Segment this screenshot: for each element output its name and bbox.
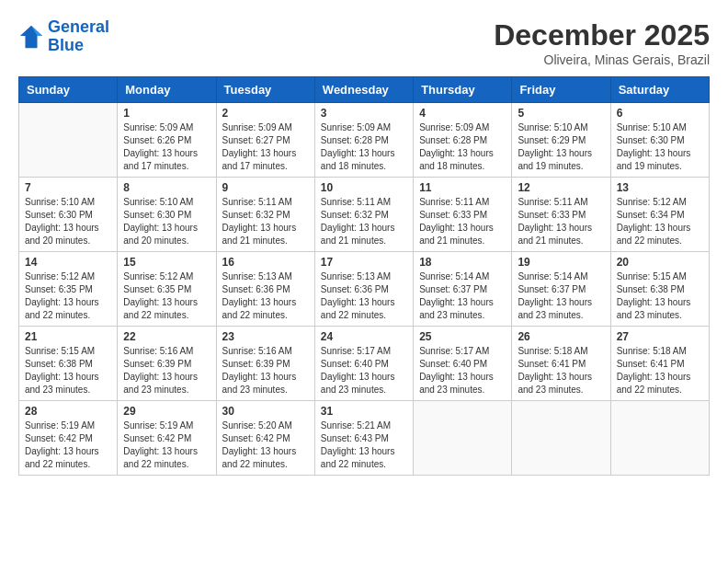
day-info: Sunrise: 5:15 AMSunset: 6:38 PMDaylight:… (617, 270, 703, 322)
svg-marker-0 (20, 26, 42, 48)
calendar-cell: 9 Sunrise: 5:11 AMSunset: 6:32 PMDayligh… (216, 178, 314, 252)
day-info: Sunrise: 5:12 AMSunset: 6:34 PMDaylight:… (617, 196, 703, 247)
calendar-cell (414, 401, 512, 476)
day-info: Sunrise: 5:14 AMSunset: 6:37 PMDaylight:… (518, 270, 604, 322)
calendar-cell: 16 Sunrise: 5:13 AMSunset: 6:36 PMDaylig… (216, 252, 314, 327)
day-info: Sunrise: 5:21 AMSunset: 6:43 PMDaylight:… (321, 419, 407, 471)
day-info: Sunrise: 5:09 AMSunset: 6:27 PMDaylight:… (222, 121, 309, 173)
day-number: 21 (25, 330, 111, 343)
weekday-header: Monday (118, 77, 216, 103)
day-number: 16 (222, 256, 309, 269)
day-number: 7 (25, 181, 111, 194)
day-info: Sunrise: 5:09 AMSunset: 6:28 PMDaylight:… (419, 121, 506, 173)
title-block: December 2025 Oliveira, Minas Gerais, Br… (494, 18, 710, 67)
calendar-cell: 15 Sunrise: 5:12 AMSunset: 6:35 PMDaylig… (118, 252, 216, 327)
day-number: 24 (321, 330, 407, 343)
calendar-cell: 6 Sunrise: 5:10 AMSunset: 6:30 PMDayligh… (610, 103, 709, 178)
calendar-cell: 14 Sunrise: 5:12 AMSunset: 6:35 PMDaylig… (19, 252, 118, 327)
day-number: 20 (617, 256, 703, 269)
day-number: 10 (321, 181, 407, 194)
calendar-cell: 21 Sunrise: 5:15 AMSunset: 6:38 PMDaylig… (19, 327, 118, 401)
logo-text: General Blue (48, 18, 109, 55)
day-info: Sunrise: 5:09 AMSunset: 6:28 PMDaylight:… (321, 121, 407, 173)
calendar-cell: 20 Sunrise: 5:15 AMSunset: 6:38 PMDaylig… (610, 252, 709, 327)
calendar-cell: 30 Sunrise: 5:20 AMSunset: 6:42 PMDaylig… (216, 401, 314, 476)
day-info: Sunrise: 5:11 AMSunset: 6:32 PMDaylight:… (321, 196, 407, 247)
weekday-header: Thursday (414, 77, 512, 103)
day-number: 12 (518, 181, 604, 194)
day-info: Sunrise: 5:11 AMSunset: 6:33 PMDaylight:… (518, 196, 604, 247)
day-info: Sunrise: 5:11 AMSunset: 6:32 PMDaylight:… (222, 196, 309, 247)
calendar-cell: 25 Sunrise: 5:17 AMSunset: 6:40 PMDaylig… (414, 327, 512, 401)
day-number: 5 (518, 107, 604, 120)
day-info: Sunrise: 5:18 AMSunset: 6:41 PMDaylight:… (617, 345, 703, 396)
day-number: 17 (321, 256, 407, 269)
day-info: Sunrise: 5:14 AMSunset: 6:37 PMDaylight:… (419, 270, 506, 322)
logo: General Blue (18, 18, 109, 55)
day-info: Sunrise: 5:19 AMSunset: 6:42 PMDaylight:… (123, 419, 210, 471)
month-title: December 2025 (494, 18, 710, 52)
day-info: Sunrise: 5:19 AMSunset: 6:42 PMDaylight:… (25, 419, 111, 471)
location: Oliveira, Minas Gerais, Brazil (494, 52, 710, 67)
day-info: Sunrise: 5:16 AMSunset: 6:39 PMDaylight:… (123, 345, 210, 396)
day-info: Sunrise: 5:16 AMSunset: 6:39 PMDaylight:… (222, 345, 309, 396)
calendar-week-row: 28 Sunrise: 5:19 AMSunset: 6:42 PMDaylig… (19, 401, 710, 476)
calendar-cell: 29 Sunrise: 5:19 AMSunset: 6:42 PMDaylig… (118, 401, 216, 476)
calendar-week-row: 1 Sunrise: 5:09 AMSunset: 6:26 PMDayligh… (19, 103, 710, 178)
calendar-cell: 10 Sunrise: 5:11 AMSunset: 6:32 PMDaylig… (314, 178, 413, 252)
calendar-cell: 23 Sunrise: 5:16 AMSunset: 6:39 PMDaylig… (216, 327, 314, 401)
day-info: Sunrise: 5:10 AMSunset: 6:30 PMDaylight:… (25, 196, 111, 247)
day-info: Sunrise: 5:12 AMSunset: 6:35 PMDaylight:… (123, 270, 210, 322)
day-number: 4 (419, 107, 506, 120)
weekday-header: Friday (512, 77, 610, 103)
calendar-cell: 31 Sunrise: 5:21 AMSunset: 6:43 PMDaylig… (314, 401, 413, 476)
calendar-week-row: 7 Sunrise: 5:10 AMSunset: 6:30 PMDayligh… (19, 178, 710, 252)
calendar-cell: 12 Sunrise: 5:11 AMSunset: 6:33 PMDaylig… (512, 178, 610, 252)
calendar-week-row: 21 Sunrise: 5:15 AMSunset: 6:38 PMDaylig… (19, 327, 710, 401)
day-info: Sunrise: 5:09 AMSunset: 6:26 PMDaylight:… (123, 121, 210, 173)
day-info: Sunrise: 5:18 AMSunset: 6:41 PMDaylight:… (518, 345, 604, 396)
day-number: 25 (419, 330, 506, 343)
logo-icon (18, 24, 44, 50)
calendar-cell: 28 Sunrise: 5:19 AMSunset: 6:42 PMDaylig… (19, 401, 118, 476)
day-number: 15 (123, 256, 210, 269)
day-number: 6 (617, 107, 703, 120)
calendar-cell: 26 Sunrise: 5:18 AMSunset: 6:41 PMDaylig… (512, 327, 610, 401)
calendar-cell: 8 Sunrise: 5:10 AMSunset: 6:30 PMDayligh… (118, 178, 216, 252)
calendar-cell: 27 Sunrise: 5:18 AMSunset: 6:41 PMDaylig… (610, 327, 709, 401)
weekday-header: Saturday (610, 77, 709, 103)
page-header: General Blue December 2025 Oliveira, Min… (18, 18, 710, 67)
calendar-cell: 3 Sunrise: 5:09 AMSunset: 6:28 PMDayligh… (314, 103, 413, 178)
day-info: Sunrise: 5:17 AMSunset: 6:40 PMDaylight:… (419, 345, 506, 396)
day-number: 23 (222, 330, 309, 343)
day-number: 22 (123, 330, 210, 343)
day-number: 31 (321, 405, 407, 418)
day-info: Sunrise: 5:10 AMSunset: 6:30 PMDaylight:… (617, 121, 703, 173)
day-info: Sunrise: 5:10 AMSunset: 6:30 PMDaylight:… (123, 196, 210, 247)
day-number: 29 (123, 405, 210, 418)
weekday-header: Wednesday (314, 77, 413, 103)
calendar-cell: 19 Sunrise: 5:14 AMSunset: 6:37 PMDaylig… (512, 252, 610, 327)
calendar-cell (512, 401, 610, 476)
day-number: 26 (518, 330, 604, 343)
day-number: 2 (222, 107, 309, 120)
day-info: Sunrise: 5:13 AMSunset: 6:36 PMDaylight:… (321, 270, 407, 322)
calendar-cell: 7 Sunrise: 5:10 AMSunset: 6:30 PMDayligh… (19, 178, 118, 252)
calendar-cell: 11 Sunrise: 5:11 AMSunset: 6:33 PMDaylig… (414, 178, 512, 252)
weekday-header: Sunday (19, 77, 118, 103)
day-number: 14 (25, 256, 111, 269)
day-number: 11 (419, 181, 506, 194)
calendar-cell: 22 Sunrise: 5:16 AMSunset: 6:39 PMDaylig… (118, 327, 216, 401)
calendar-header-row: SundayMondayTuesdayWednesdayThursdayFrid… (19, 77, 710, 103)
day-info: Sunrise: 5:10 AMSunset: 6:29 PMDaylight:… (518, 121, 604, 173)
calendar-cell: 5 Sunrise: 5:10 AMSunset: 6:29 PMDayligh… (512, 103, 610, 178)
day-number: 3 (321, 107, 407, 120)
day-number: 8 (123, 181, 210, 194)
day-number: 9 (222, 181, 309, 194)
day-number: 19 (518, 256, 604, 269)
calendar-cell: 4 Sunrise: 5:09 AMSunset: 6:28 PMDayligh… (414, 103, 512, 178)
day-info: Sunrise: 5:20 AMSunset: 6:42 PMDaylight:… (222, 419, 309, 471)
day-info: Sunrise: 5:13 AMSunset: 6:36 PMDaylight:… (222, 270, 309, 322)
calendar-cell (610, 401, 709, 476)
day-info: Sunrise: 5:17 AMSunset: 6:40 PMDaylight:… (321, 345, 407, 396)
